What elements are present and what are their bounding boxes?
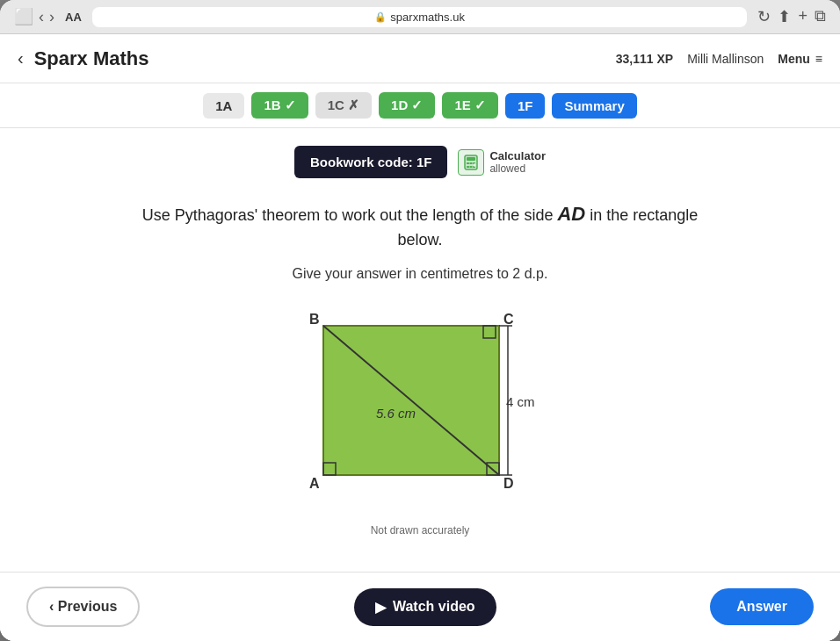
video-icon: ▶ [375, 599, 386, 616]
tab-1E[interactable]: 1E ✓ [442, 92, 498, 119]
svg-text:C: C [503, 312, 514, 327]
calculator-info: Calculator allowed [458, 149, 546, 176]
app-title: Sparx Maths [34, 47, 149, 70]
url-bar[interactable]: 🔒 sparxmaths.uk [92, 7, 748, 27]
svg-rect-3 [470, 162, 473, 164]
tab-1B[interactable]: 1B ✓ [251, 92, 308, 119]
previous-button[interactable]: ‹ Previous [26, 587, 140, 627]
app-back-button[interactable]: ‹ [18, 48, 24, 68]
header-right: 33,111 XP Milli Mallinson Menu ≡ [616, 52, 822, 66]
svg-text:5.6 cm: 5.6 cm [376, 406, 416, 421]
svg-rect-6 [470, 166, 473, 168]
tab-1F[interactable]: 1F [505, 93, 546, 119]
rectangle-diagram: B C A D 5.6 cm 4 cm [297, 308, 543, 510]
bottom-bar: ‹ Previous ▶ Watch video Answer [0, 572, 840, 641]
menu-button[interactable]: Menu ≡ [778, 52, 822, 66]
svg-text:B: B [309, 312, 320, 327]
tabs-icon[interactable]: ⧉ [815, 7, 826, 26]
add-tab-icon[interactable]: + [798, 7, 807, 26]
svg-rect-1 [467, 157, 475, 161]
bookwork-row: Bookwork code: 1F [294, 146, 546, 178]
tab-summary[interactable]: Summary [552, 93, 636, 119]
tab-1C[interactable]: 1C ✗ [315, 92, 372, 119]
app-header: ‹ Sparx Maths 33,111 XP Milli Mallinson … [0, 34, 840, 83]
tab-1D[interactable]: 1D ✓ [379, 92, 435, 119]
svg-text:A: A [309, 476, 320, 491]
share-icon[interactable]: ⬆ [778, 7, 791, 26]
svg-text:D: D [503, 476, 514, 491]
back-icon[interactable]: ⬜ [14, 7, 33, 26]
app: ‹ Sparx Maths 33,111 XP Milli Mallinson … [0, 34, 840, 641]
browser-nav: ⬜ ‹ › [14, 7, 54, 26]
main-content: Bookwork code: 1F [0, 128, 840, 572]
lock-icon: 🔒 [374, 11, 387, 23]
watch-video-button[interactable]: ▶ Watch video [354, 588, 496, 626]
browser-actions: ↻ ⬆ + ⧉ [757, 7, 826, 26]
calculator-icon [458, 149, 484, 176]
answer-button[interactable]: Answer [710, 588, 814, 625]
tab-1A[interactable]: 1A [203, 93, 244, 119]
aa-label: AA [65, 11, 82, 24]
not-drawn-label: Not drawn accurately [371, 524, 470, 537]
svg-text:4 cm: 4 cm [506, 394, 535, 409]
browser-bar: ⬜ ‹ › AA 🔒 sparxmaths.uk ↻ ⬆ + ⧉ [0, 0, 840, 34]
bookwork-badge: Bookwork code: 1F [294, 146, 447, 178]
svg-rect-5 [467, 166, 469, 168]
username: Milli Mallinson [687, 52, 764, 66]
question-text: Use Pythagoras' theorem to work out the … [142, 199, 699, 252]
sub-question-text: Give your answer in centimetres to 2 d.p… [293, 266, 548, 282]
calculator-text: Calculator allowed [489, 149, 546, 175]
nav-forward[interactable]: › [49, 8, 54, 26]
tabs-bar: 1A 1B ✓ 1C ✗ 1D ✓ 1E ✓ 1F Summary [0, 83, 840, 128]
xp-badge: 33,111 XP [616, 52, 673, 66]
svg-rect-2 [467, 162, 469, 164]
header-left: ‹ Sparx Maths [18, 47, 149, 70]
url-text: sparxmaths.uk [390, 11, 465, 24]
diagram-container: B C A D 5.6 cm 4 cm [297, 308, 543, 514]
nav-back[interactable]: ‹ [39, 8, 44, 26]
refresh-icon[interactable]: ↻ [757, 7, 771, 26]
